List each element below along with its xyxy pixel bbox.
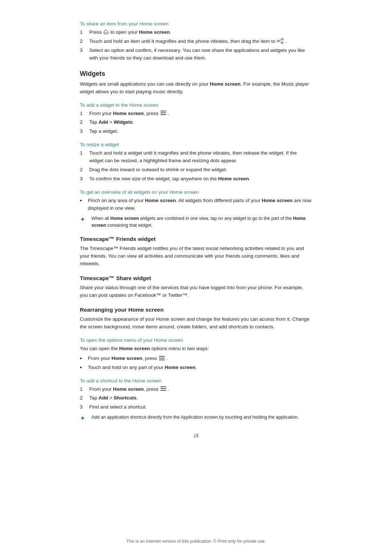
- options-menu-intro: You can open the Home screen options men…: [80, 345, 312, 353]
- timescape-friends-heading: Timescape™ Friends widget: [80, 236, 312, 242]
- svg-line-4: [279, 40, 282, 41]
- page-number: 18: [80, 433, 312, 438]
- overview-bullet-1: • Pinch on any area of your Home screen.…: [80, 197, 312, 212]
- share-step-1: 1 Press to open your Home screen.: [80, 29, 312, 36]
- add-shortcut-steps: 1 From your Home screen, press . 2 Tap A…: [80, 386, 312, 411]
- overview-tip-text: When all Home screen widgets are combine…: [91, 215, 312, 229]
- widgets-desc: Widgets are small applications you can u…: [80, 81, 312, 96]
- widgets-heading: Widgets: [80, 70, 312, 78]
- svg-point-2: [282, 38, 283, 40]
- add-widget-step-2: 2 Tap Add > Widgets.: [80, 119, 312, 126]
- options-bullet-1: • From your Home screen, press .: [80, 355, 312, 362]
- share-icon: [277, 38, 285, 44]
- options-bullet-2: • Touch and hold on any part of your Hom…: [80, 364, 312, 372]
- options-bullets: • From your Home screen, press . • Touch…: [80, 355, 312, 372]
- add-shortcut-step-2: 2 Tap Add > Shortcuts.: [80, 394, 312, 402]
- share-steps-list: 1 Press to open your Home screen. 2 Touc…: [80, 29, 312, 62]
- add-widget-step-3: 3 Tap a widget.: [80, 128, 312, 135]
- home-icon: [103, 29, 110, 35]
- options-menu-heading: To open the options menu of your Home sc…: [80, 337, 312, 343]
- share-step-2: 2 Touch and hold an item until it magnif…: [80, 38, 312, 45]
- resize-steps: 1 Touch and hold a widget until it magni…: [80, 149, 312, 183]
- resize-step-1: 1 Touch and hold a widget until it magni…: [80, 149, 312, 165]
- timescape-friends-desc: The Timescape™ Friends widget notifies y…: [80, 245, 312, 268]
- tip-icon: ✦: [80, 216, 88, 223]
- menu-icon: [160, 111, 168, 116]
- timescape-share-desc: Share your status through one of the ser…: [80, 284, 312, 299]
- add-widget-steps: 1 From your Home screen, press . 2 Tap A…: [80, 110, 312, 136]
- svg-point-3: [282, 42, 283, 44]
- add-widget-step-1: 1 From your Home screen, press .: [80, 110, 312, 118]
- overview-tip: ✦ When all Home screen widgets are combi…: [80, 215, 312, 229]
- menu-icon-3: [160, 386, 168, 392]
- resize-heading: To resize a widget: [80, 142, 312, 147]
- add-shortcut-heading: To add a shortcut to the Home screen: [80, 378, 312, 383]
- shortcut-tip: ✦ Add an application shortcut directly f…: [80, 414, 312, 422]
- rearranging-heading: Rearranging your Home screen: [80, 307, 312, 313]
- page-footer: This is an Internet version of this publ…: [0, 539, 392, 544]
- add-widget-heading: To add a widget to the Home screen: [80, 102, 312, 108]
- share-heading: To share an item from your Home screen: [80, 21, 312, 26]
- menu-icon-2: [158, 356, 166, 361]
- svg-point-1: [277, 40, 279, 42]
- overview-bullets: • Pinch on any area of your Home screen.…: [80, 197, 312, 212]
- add-shortcut-step-3: 3 Find and select a shortcut.: [80, 403, 312, 411]
- resize-step-3: 3 To confirm the new size of the widget,…: [80, 175, 312, 183]
- svg-line-5: [279, 41, 282, 42]
- add-shortcut-step-1: 1 From your Home screen, press .: [80, 386, 312, 393]
- page-content: To share an item from your Home screen 1…: [58, 0, 334, 467]
- share-step-3: 3 Select an option and confirm, if neces…: [80, 47, 312, 62]
- timescape-share-heading: Timescape™ Share widget: [80, 275, 312, 282]
- svg-marker-0: [103, 30, 109, 34]
- resize-step-2: 2 Drag the dots inward or outward to shr…: [80, 166, 312, 174]
- overview-heading: To get an overview of all widgets on you…: [80, 189, 312, 195]
- rearranging-desc: Customize the appearance of your Home sc…: [80, 316, 312, 331]
- shortcut-tip-text: Add an application shortcut directly fro…: [91, 414, 299, 421]
- tip-icon-2: ✦: [80, 414, 88, 422]
